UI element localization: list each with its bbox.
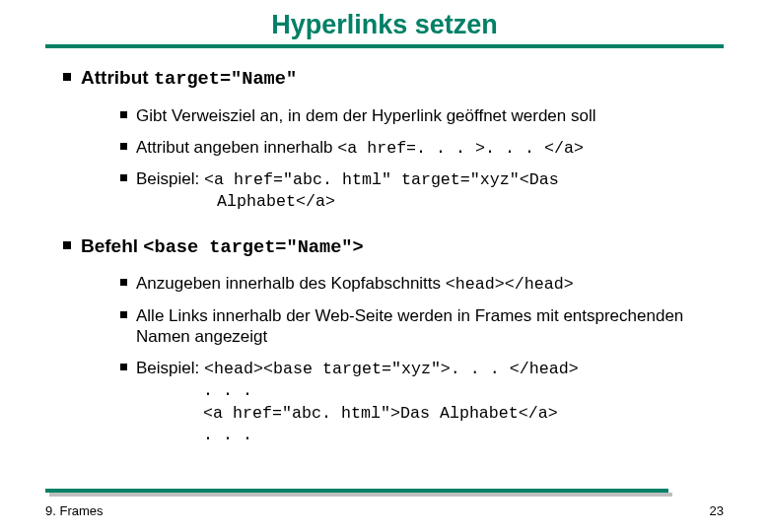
b2s3-code3: <a href="abc. html">Das Alphabet</a> (203, 404, 558, 423)
b2-code: <base target="Name"> (143, 236, 363, 258)
b2s3-code4: . . . (203, 426, 252, 444)
bullet-2-1: Anzugeben innerhalb des Kopfabschnitts <… (120, 273, 724, 295)
bullet-icon (63, 241, 71, 249)
bullet-icon (120, 111, 127, 118)
bottom-divider-shadow (49, 493, 672, 497)
b2s3-code2: . . . (203, 381, 252, 400)
bullet-1-3: Beispiel: <a href="abc. html" target="xy… (120, 168, 724, 213)
bullet-icon (63, 73, 71, 81)
page-number: 23 (710, 503, 724, 518)
b2-lead: Befehl (81, 235, 143, 256)
b1s3-code1: <a href="abc. html" target="xyz"<Das (204, 170, 559, 189)
footer-chapter: 9. Frames (45, 503, 104, 518)
bullet-icon (120, 143, 127, 150)
bottom-divider (45, 489, 668, 493)
bullet-1: Attribut target="Name" (63, 66, 724, 92)
bullet-2-2: Alle Links innerhalb der Web-Seite werde… (120, 305, 724, 349)
content-area: Attribut target="Name" Gibt Verweisziel … (45, 66, 724, 445)
bullet-2: Befehl <base target="Name"> (63, 234, 724, 260)
bullet-icon (120, 311, 127, 318)
b1s3-code2: Alphabet</a> (136, 192, 335, 211)
bullet-1-2: Attribut angeben innerhalb <a href=. . .… (120, 137, 724, 159)
b2s3-lead: Beispiel: (136, 359, 204, 377)
bullet-icon (120, 364, 127, 370)
title-divider (45, 44, 724, 48)
slide-title: Hyperlinks setzen (45, 0, 724, 44)
b2s1-lead: Anzugeben innerhalb des Kopfabschnitts (136, 274, 446, 293)
b1-lead: Attribut (81, 67, 154, 88)
b1s2-lead: Attribut angeben innerhalb (136, 138, 337, 157)
bullet-1-1: Gibt Verweisziel an, in dem der Hyperlin… (120, 105, 724, 127)
b2s3-code1: <head><base target="xyz">. . . </head> (204, 360, 579, 378)
b1s1-text: Gibt Verweisziel an, in dem der Hyperlin… (136, 105, 724, 127)
bullet-icon (120, 174, 127, 181)
b1s3-lead: Beispiel: (136, 169, 204, 188)
bullet-2-3: Beispiel: <head><base target="xyz">. . .… (120, 358, 724, 379)
b1s2-code: <a href=. . . >. . . </a> (337, 139, 584, 158)
bullet-icon (120, 279, 127, 286)
b2s1-code: <head></head> (446, 275, 574, 294)
b1-code: target="Name" (154, 68, 297, 90)
b2s2-text: Alle Links innerhalb der Web-Seite werde… (136, 305, 724, 349)
